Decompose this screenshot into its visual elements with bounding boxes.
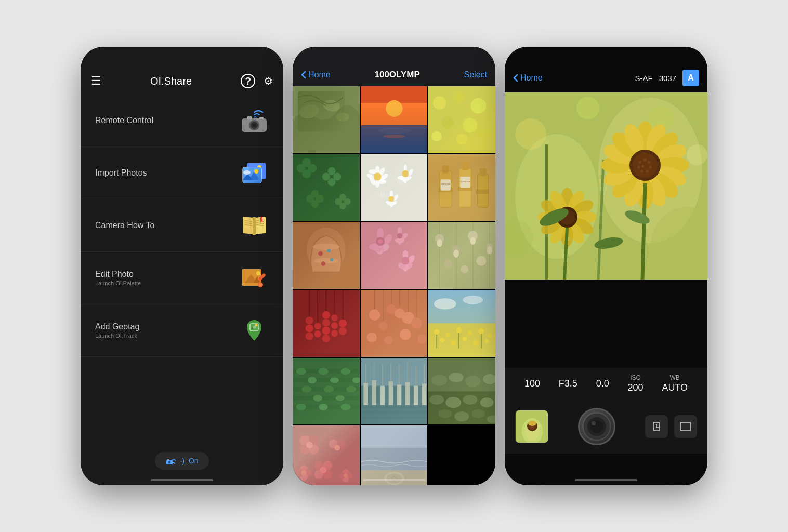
menu-item-camera-how-to[interactable]: Camera How To	[81, 200, 283, 252]
back-button-2[interactable]: Home	[301, 70, 331, 79]
wb-label: WB	[670, 374, 680, 381]
iso-value: 200	[628, 382, 643, 393]
svg-point-136	[378, 240, 383, 244]
svg-point-178	[339, 320, 347, 327]
menu-list: Remote Control	[81, 95, 283, 357]
aspect-ratio-icon	[679, 420, 692, 433]
photo-1[interactable]	[293, 86, 360, 153]
photo-2[interactable]	[361, 86, 428, 153]
svg-point-201	[417, 335, 426, 343]
photo-5[interactable]	[361, 154, 428, 221]
hamburger-icon[interactable]: ☰	[91, 74, 101, 88]
svg-point-215	[473, 340, 479, 346]
svg-point-66	[328, 167, 336, 175]
nav-bar-2: Home 100OLYMP Select	[293, 70, 495, 86]
svg-rect-106	[442, 165, 449, 173]
exposure-control[interactable]: 100	[524, 378, 540, 389]
camera-viewfinder	[505, 92, 707, 280]
photo-4[interactable]	[293, 154, 360, 221]
svg-point-374	[592, 421, 596, 425]
status-on-text: On	[189, 457, 199, 465]
svg-point-227	[308, 377, 317, 383]
svg-point-232	[301, 385, 311, 392]
svg-rect-249	[414, 385, 418, 405]
photo-17[interactable]	[293, 425, 360, 485]
svg-point-120	[313, 244, 339, 250]
menu-item-add-geotag[interactable]: Add Geotag Launch OI.Track	[81, 304, 283, 357]
svg-rect-378	[680, 422, 691, 431]
camera-buttons-bar	[505, 400, 707, 454]
svg-point-67	[333, 172, 341, 180]
photo-14[interactable]	[361, 358, 428, 425]
header-1: ☰ OI.Share ? ⚙	[81, 70, 283, 95]
svg-point-270	[446, 397, 462, 408]
svg-point-148	[397, 233, 402, 239]
photo-6[interactable]: CORONA CORONA	[428, 154, 495, 221]
svg-line-23	[256, 223, 264, 223]
svg-point-162	[454, 250, 459, 258]
exposure-value: 100	[524, 378, 540, 389]
photo-10[interactable]	[293, 290, 360, 357]
photo-8[interactable]	[361, 222, 428, 289]
svg-point-51	[383, 135, 405, 138]
iso-control[interactable]: ISO 200	[628, 374, 643, 393]
af-mode-label: S-AF	[635, 74, 652, 83]
chevron-left-icon-3	[513, 74, 518, 82]
svg-point-103	[388, 196, 394, 202]
shutter-button[interactable]	[578, 408, 615, 445]
svg-point-160	[477, 256, 487, 266]
shooting-mode-badge[interactable]: A	[682, 70, 699, 86]
photo-18[interactable]	[361, 425, 428, 485]
svg-point-177	[322, 335, 330, 342]
last-photo-thumbnail[interactable]	[515, 410, 548, 443]
home-indicator-3	[575, 479, 637, 481]
svg-point-161	[437, 240, 442, 247]
svg-point-73	[306, 195, 314, 203]
svg-point-142	[401, 257, 409, 265]
aspect-ratio-icon-btn[interactable]	[674, 415, 697, 438]
phone-photo-grid: Home 100OLYMP Select	[293, 47, 495, 485]
svg-point-50	[377, 128, 411, 134]
camera-controls-bar: 100 F3.5 0.0 ISO 200 WB AUTO	[505, 368, 707, 400]
timer-icon-btn[interactable]	[645, 415, 668, 438]
svg-point-164	[487, 247, 493, 255]
photo-12[interactable]	[428, 290, 495, 357]
select-button[interactable]: Select	[464, 70, 487, 79]
photo-13[interactable]	[293, 358, 360, 425]
menu-item-edit-photo[interactable]: Edit Photo Launch OI.Palette	[81, 252, 283, 304]
camera-black-area	[505, 280, 707, 368]
photo-7[interactable]	[293, 222, 360, 289]
photo-9[interactable]	[428, 222, 495, 289]
bottom-status-bar: ·) On	[81, 447, 283, 475]
wifi-status-badge: ·) On	[155, 452, 208, 470]
svg-point-267	[465, 376, 481, 387]
svg-rect-4	[247, 116, 252, 119]
svg-point-200	[400, 329, 411, 340]
settings-icon[interactable]: ⚙	[264, 75, 273, 87]
wb-control[interactable]: WB AUTO	[662, 374, 688, 393]
photo-16[interactable]	[428, 358, 495, 425]
nav-right-controls: S-AF 3037 A	[635, 70, 699, 86]
aperture-control[interactable]: F3.5	[559, 378, 577, 389]
ev-control[interactable]: 0.0	[596, 378, 609, 389]
menu-item-import-photos[interactable]: Import Photos	[81, 147, 283, 200]
svg-rect-248	[405, 382, 410, 405]
menu-sublabel-edit: Launch OI.Palette	[95, 280, 141, 286]
menu-label-import: Import Photos	[95, 168, 147, 178]
svg-point-274	[455, 411, 469, 421]
app-title: OI.Share	[150, 75, 192, 87]
menu-item-remote-control[interactable]: Remote Control	[81, 95, 283, 147]
svg-point-233	[313, 394, 322, 401]
back-button-3[interactable]: Home	[513, 73, 543, 83]
photo-3[interactable]	[428, 86, 495, 153]
help-icon[interactable]: ?	[241, 74, 255, 88]
photo-11[interactable]	[361, 290, 428, 357]
svg-point-192	[369, 310, 380, 321]
svg-point-124	[321, 261, 326, 266]
svg-point-236	[346, 385, 356, 392]
camera-lens-icon	[582, 412, 611, 441]
svg-line-24	[256, 225, 264, 225]
svg-point-54	[454, 92, 465, 103]
svg-point-370	[528, 421, 536, 426]
svg-point-58	[432, 131, 442, 141]
